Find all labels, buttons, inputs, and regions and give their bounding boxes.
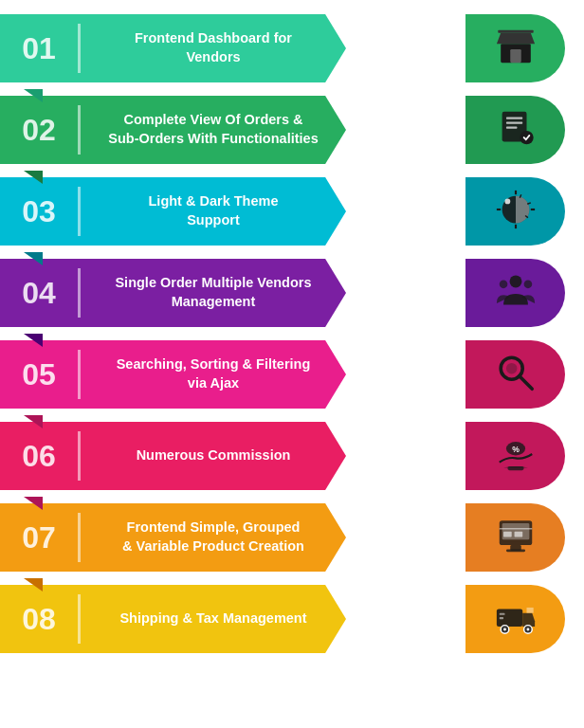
icon-pill-04 <box>465 259 565 327</box>
icon-pill-03 <box>465 177 565 246</box>
chevron-tail-07 <box>24 578 43 592</box>
svg-rect-32 <box>526 608 533 613</box>
orders-icon <box>494 106 538 154</box>
svg-rect-3 <box>498 30 533 33</box>
feature-row-07: 07 Frontend Simple, Grouped& Variable Pr… <box>0 497 584 578</box>
svg-line-19 <box>519 376 532 390</box>
feature-row-05: 05 Searching, Sorting & Filteringvia Aja… <box>0 334 584 415</box>
chevron-tail-05 <box>24 415 43 428</box>
svg-rect-6 <box>505 122 521 124</box>
chevron-tail-06 <box>24 497 43 510</box>
feature-label-02: Complete View Of Orders &Sub-Orders With… <box>81 111 346 148</box>
svg-point-10 <box>504 199 510 205</box>
icon-pill-07 <box>465 503 565 572</box>
svg-rect-5 <box>505 118 521 119</box>
svg-point-34 <box>503 628 506 631</box>
vendors-icon <box>494 269 538 317</box>
feature-label-07: Frontend Simple, Grouped& Variable Produ… <box>81 519 346 555</box>
feature-label-03: Light & Dark ThemeSupport <box>81 192 346 229</box>
svg-rect-37 <box>499 613 504 615</box>
feature-label-08: Shipping & Tax Management <box>81 610 346 628</box>
arrow-body-05: 05 Searching, Sorting & Filteringvia Aja… <box>0 340 346 409</box>
svg-point-36 <box>526 628 529 631</box>
feature-row-02: 02 Complete View Of Orders &Sub-Orders W… <box>0 89 584 171</box>
feature-label-01: Frontend Dashboard forVendors <box>81 29 346 66</box>
icon-pill-01 <box>465 14 565 82</box>
svg-point-20 <box>505 363 517 374</box>
arrow-body-08: 08 Shipping & Tax Management <box>0 585 346 653</box>
svg-rect-7 <box>505 127 517 129</box>
chevron-tail-02 <box>24 171 43 184</box>
svg-rect-28 <box>514 532 522 537</box>
arrow-body-03: 03 Light & Dark ThemeSupport <box>0 177 346 246</box>
feature-label-06: Numerous Commission <box>81 446 346 465</box>
feature-row-04: 04 Single Order Multiple VendorsManageme… <box>0 252 584 334</box>
feature-number-01: 01 <box>0 31 78 66</box>
shipping-icon <box>494 595 538 643</box>
feature-row-01: 01 Frontend Dashboard forVendors <box>0 8 584 89</box>
feature-row-03: 03 Light & Dark ThemeSupport <box>0 171 584 252</box>
commission-icon: % <box>494 432 538 480</box>
theme-icon <box>494 188 538 235</box>
svg-point-16 <box>499 281 507 289</box>
feature-label-04: Single Order Multiple VendorsManagement <box>81 274 346 311</box>
arrow-body-02: 02 Complete View Of Orders &Sub-Orders W… <box>0 96 346 164</box>
svg-rect-30 <box>505 549 524 552</box>
feature-number-08: 08 <box>0 602 78 637</box>
feature-number-02: 02 <box>0 113 78 148</box>
store-icon <box>494 25 538 72</box>
feature-row-06: 06 Numerous Commission % <box>0 415 584 497</box>
svg-point-15 <box>509 275 521 287</box>
arrow-body-06: 06 Numerous Commission <box>0 422 346 490</box>
svg-rect-27 <box>503 532 512 537</box>
svg-rect-2 <box>510 49 521 63</box>
feature-row-08: 08 Shipping & Tax Management <box>0 578 584 660</box>
feature-number-05: 05 <box>0 357 78 392</box>
svg-text:%: % <box>512 445 520 454</box>
search-icon <box>494 351 538 398</box>
feature-number-06: 06 <box>0 439 78 474</box>
product-icon <box>494 514 538 561</box>
svg-point-17 <box>523 281 532 289</box>
svg-marker-1 <box>496 33 534 45</box>
chevron-tail-03 <box>24 252 43 265</box>
icon-pill-02 <box>465 96 565 164</box>
icon-pill-08 <box>465 585 565 653</box>
svg-rect-23 <box>507 466 523 470</box>
feature-number-03: 03 <box>0 194 78 229</box>
feature-number-07: 07 <box>0 520 78 555</box>
icon-pill-05 <box>465 340 565 409</box>
arrow-body-01: 01 Frontend Dashboard forVendors <box>0 14 346 82</box>
arrow-body-04: 04 Single Order Multiple VendorsManageme… <box>0 259 346 327</box>
chevron-tail-04 <box>24 334 43 347</box>
feature-label-05: Searching, Sorting & Filteringvia Ajax <box>81 355 346 392</box>
icon-pill-06: % <box>465 422 565 490</box>
svg-rect-38 <box>499 617 502 619</box>
chevron-tail-01 <box>24 89 43 102</box>
arrow-body-07: 07 Frontend Simple, Grouped& Variable Pr… <box>0 503 346 572</box>
feature-number-04: 04 <box>0 276 78 311</box>
